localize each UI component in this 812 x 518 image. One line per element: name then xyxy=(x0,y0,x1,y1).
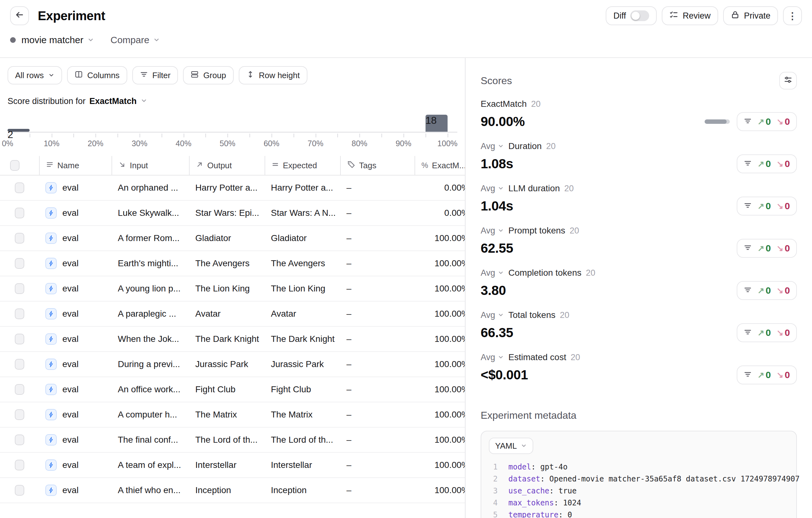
compare-selector[interactable]: Compare xyxy=(111,35,160,46)
column-header-input[interactable]: Input xyxy=(112,156,189,175)
row-checkbox[interactable] xyxy=(15,434,24,445)
filter-button[interactable]: Filter xyxy=(132,66,178,84)
column-header-exactmatch[interactable]: % ExactM... xyxy=(414,156,466,175)
row-name: eval xyxy=(62,410,79,420)
metadata-format-dropdown[interactable]: YAML xyxy=(489,438,533,454)
aggregation-dropdown[interactable]: Avg xyxy=(481,142,504,151)
table-row[interactable]: eval A young lion p... The Lion King The… xyxy=(0,276,466,301)
experiment-selector[interactable]: movie matcher xyxy=(22,35,94,46)
score-count: 20 xyxy=(560,310,569,320)
row-checkbox[interactable] xyxy=(15,409,24,420)
row-checkbox[interactable] xyxy=(15,460,24,470)
table-row[interactable]: eval A paraplegic ... Avatar Avatar – 10… xyxy=(0,301,466,327)
row-checkbox[interactable] xyxy=(15,384,24,395)
table-row[interactable]: eval During a previ... Jurassic Park Jur… xyxy=(0,352,466,377)
score-count: 20 xyxy=(531,99,541,109)
score-count: 20 xyxy=(564,184,574,194)
axis-label: 50% xyxy=(220,139,235,148)
group-button[interactable]: Group xyxy=(183,66,233,84)
axis-tick xyxy=(426,134,426,137)
score-value: 3.80 xyxy=(481,283,506,298)
score-filter-pill[interactable]: ↗0 ↘0 xyxy=(737,239,797,258)
row-output: Gladiator xyxy=(189,226,265,251)
column-header-output[interactable]: Output xyxy=(189,156,265,175)
table-row[interactable]: eval A former Rom... Gladiator Gladiator… xyxy=(0,226,466,251)
score-item: Avg Completion tokens 20 3.80 ↗0 ↘0 xyxy=(481,266,797,309)
row-output: Fight Club xyxy=(189,377,265,402)
row-checkbox[interactable] xyxy=(15,334,24,344)
score-filter-pill[interactable]: ↗0 ↘0 xyxy=(737,281,797,300)
format-label: YAML xyxy=(495,441,517,451)
table-row[interactable]: eval An orphaned ... Harry Potter a... H… xyxy=(0,175,466,201)
axis-tick xyxy=(117,134,118,137)
row-checkbox[interactable] xyxy=(15,309,24,319)
diff-toggle-switch[interactable] xyxy=(630,10,649,21)
trend-up-icon: ↗ xyxy=(757,370,764,380)
column-header-name[interactable]: Name xyxy=(39,156,112,175)
chevron-down-icon xyxy=(521,441,527,451)
distribution-metric-selector[interactable]: ExactMatch xyxy=(89,96,137,106)
table-row[interactable]: eval When the Jok... The Dark Knight The… xyxy=(0,327,466,352)
score-filter-pill[interactable]: ↗0 ↘0 xyxy=(737,112,797,131)
aggregation-dropdown[interactable]: Avg xyxy=(481,352,504,362)
table-row[interactable]: eval Earth's mighti... The Avengers The … xyxy=(0,251,466,276)
row-expected: Fight Club xyxy=(265,377,340,402)
table-row[interactable]: eval The final conf... The Lord of th...… xyxy=(0,428,466,453)
row-name-cell: eval xyxy=(39,352,112,376)
diff-label: Diff xyxy=(613,11,626,21)
row-name-cell: eval xyxy=(39,226,112,251)
eval-bolt-icon xyxy=(46,283,57,294)
score-filter-pill[interactable]: ↗0 ↘0 xyxy=(737,154,797,173)
table-row[interactable]: eval A team of expl... Interstellar Inte… xyxy=(0,453,466,478)
table-row[interactable]: eval A thief who en... Inception Incepti… xyxy=(0,478,466,503)
row-checkbox[interactable] xyxy=(15,208,24,218)
axis-tick xyxy=(140,134,140,137)
improvements-count: ↗0 xyxy=(757,327,771,338)
yaml-line: 5temperature: 0 xyxy=(489,509,789,518)
table-row[interactable]: eval An office work... Fight Club Fight … xyxy=(0,377,466,402)
row-name: eval xyxy=(62,384,79,395)
table-row[interactable]: eval A computer h... The Matrix The Matr… xyxy=(0,402,466,428)
row-checkbox[interactable] xyxy=(15,233,24,243)
row-name-cell: eval xyxy=(39,453,112,477)
row-checkbox[interactable] xyxy=(15,182,24,193)
row-expected: The Dark Knight xyxy=(265,327,340,351)
trend-up-icon: ↗ xyxy=(757,117,764,127)
select-all-checkbox[interactable] xyxy=(10,160,20,171)
row-height-button[interactable]: Row height xyxy=(239,66,308,84)
aggregation-dropdown[interactable]: Avg xyxy=(481,184,504,194)
score-name: Duration xyxy=(509,141,542,151)
column-header-expected[interactable]: Expected xyxy=(265,156,340,175)
row-checkbox[interactable] xyxy=(15,258,24,269)
score-count: 20 xyxy=(546,142,556,151)
compare-label: Compare xyxy=(111,35,149,46)
aggregation-dropdown[interactable]: Avg xyxy=(481,226,504,236)
more-options-button[interactable]: ⋮ xyxy=(783,6,802,25)
results-section: All rows Columns Filter Group Row xyxy=(0,58,466,518)
filter-icon xyxy=(744,242,752,254)
private-button[interactable]: Private xyxy=(723,6,778,25)
row-expected: The Avengers xyxy=(265,251,340,276)
aggregation-dropdown[interactable]: Avg xyxy=(481,310,504,320)
diff-toggle-button[interactable]: Diff xyxy=(606,6,657,25)
table-row[interactable]: eval Luke Skywalk... Star Wars: Epi... S… xyxy=(0,201,466,226)
histogram-bar[interactable]: 2 xyxy=(7,129,30,132)
axis-label: 60% xyxy=(264,139,280,148)
histogram-bar[interactable]: 18 xyxy=(426,115,447,132)
score-filter-pill[interactable]: ↗0 ↘0 xyxy=(737,197,797,215)
aggregation-dropdown[interactable]: Avg xyxy=(481,268,504,278)
chevron-down-icon xyxy=(498,310,504,320)
row-tags: – xyxy=(340,428,414,452)
row-checkbox[interactable] xyxy=(15,485,24,496)
review-button[interactable]: Review xyxy=(662,6,718,25)
back-button[interactable] xyxy=(10,6,29,25)
tag-icon xyxy=(347,161,355,171)
rows-filter-dropdown[interactable]: All rows xyxy=(7,66,62,84)
scores-settings-button[interactable] xyxy=(779,72,797,89)
score-filter-pill[interactable]: ↗0 ↘0 xyxy=(737,366,797,384)
row-checkbox[interactable] xyxy=(15,359,24,370)
column-header-tags[interactable]: Tags xyxy=(340,156,414,175)
score-filter-pill[interactable]: ↗0 ↘0 xyxy=(737,323,797,342)
row-checkbox[interactable] xyxy=(15,283,24,294)
columns-button[interactable]: Columns xyxy=(67,66,127,84)
